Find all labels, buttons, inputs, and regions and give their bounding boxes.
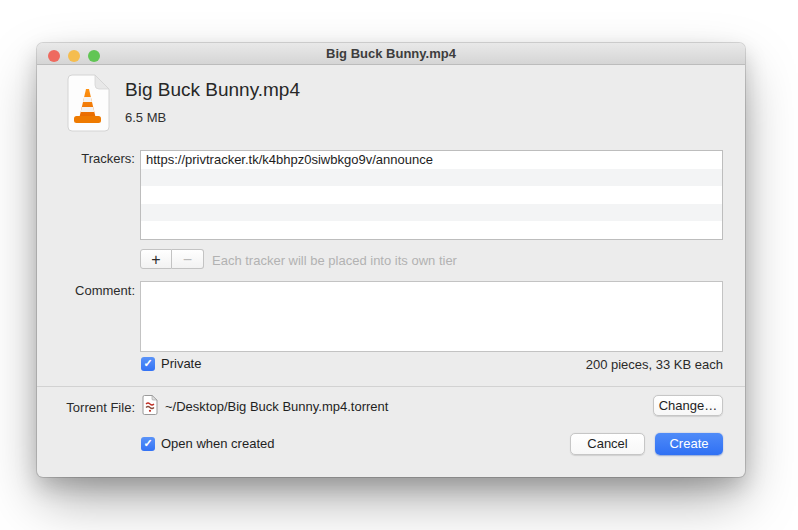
change-destination-button[interactable]: Change… xyxy=(653,395,723,416)
open-when-created-label[interactable]: Open when created xyxy=(161,436,274,451)
comment-label: Comment: xyxy=(40,283,135,298)
comment-input[interactable] xyxy=(140,281,723,352)
cancel-button[interactable]: Cancel xyxy=(570,433,645,455)
tracker-list[interactable]: https://privtracker.tk/k4bhpz0siwbkgo9v/… xyxy=(140,150,723,240)
window-title: Big Buck Bunny.mp4 xyxy=(37,43,745,65)
tracker-add-remove-control: + − xyxy=(140,249,204,269)
tracker-row[interactable] xyxy=(141,221,722,239)
title-bar[interactable]: Big Buck Bunny.mp4 xyxy=(37,43,745,65)
tracker-tier-hint: Each tracker will be placed into its own… xyxy=(212,253,457,268)
torrent-file-label: Torrent File: xyxy=(40,400,135,415)
tracker-row[interactable]: https://privtracker.tk/k4bhpz0siwbkgo9v/… xyxy=(141,151,722,169)
desktop-background: Big Buck Bunny.mp4 Big Buck Bunny.mp4 6.… xyxy=(0,0,798,530)
create-button[interactable]: Create xyxy=(655,433,723,455)
section-divider xyxy=(37,386,745,387)
torrent-document-icon xyxy=(142,395,158,415)
create-torrent-dialog: Big Buck Bunny.mp4 Big Buck Bunny.mp4 6.… xyxy=(37,43,745,477)
private-checkbox[interactable]: ✓ xyxy=(141,357,155,371)
open-when-created-option[interactable]: ✓ Open when created xyxy=(141,436,274,451)
file-name: Big Buck Bunny.mp4 xyxy=(125,79,300,101)
vlc-cone-document-icon xyxy=(65,74,110,132)
remove-tracker-button[interactable]: − xyxy=(172,249,204,269)
file-size: 6.5 MB xyxy=(125,110,166,125)
pieces-info: 200 pieces, 33 KB each xyxy=(586,357,723,372)
tracker-row[interactable] xyxy=(141,186,722,204)
open-when-created-checkbox[interactable]: ✓ xyxy=(141,437,155,451)
private-label[interactable]: Private xyxy=(161,356,201,371)
tracker-row[interactable] xyxy=(141,169,722,187)
torrent-file-path: ~/Desktop/Big Buck Bunny.mp4.torrent xyxy=(165,399,388,414)
add-tracker-button[interactable]: + xyxy=(140,249,172,269)
trackers-label: Trackers: xyxy=(40,151,135,166)
private-option[interactable]: ✓ Private xyxy=(141,356,201,371)
tracker-row[interactable] xyxy=(141,204,722,222)
